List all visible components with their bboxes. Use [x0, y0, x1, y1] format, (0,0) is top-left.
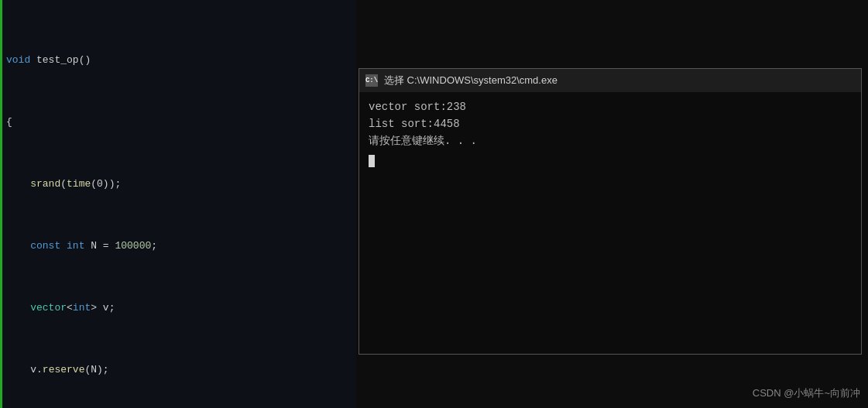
cmd-line-2: list sort:4458 [369, 115, 852, 132]
plain-text: ( [60, 177, 67, 192]
cmd-line-4 [369, 153, 852, 170]
code-line: v.reserve(N); [0, 362, 356, 378]
cmd-line-3-text: 请按任意键继续. . . [369, 135, 477, 147]
function: reserve [43, 362, 85, 378]
plain-text: > v; [91, 300, 115, 316]
plain-text: (0)); [91, 177, 121, 192]
indent [6, 177, 30, 192]
plain-text [60, 238, 67, 254]
plain-text: (N); [84, 362, 108, 378]
type: vector [30, 300, 67, 316]
code-line: void test_op() [0, 53, 356, 68]
cmd-window[interactable]: C:\ 选择 C:\WINDOWS\system32\cmd.exe vecto… [359, 68, 862, 355]
cmd-line-3: 请按任意键继续. . . [369, 132, 852, 149]
plain-text: v. [30, 362, 43, 378]
indent [6, 300, 30, 316]
cmd-line-1: vector sort:238 [369, 98, 852, 115]
code-line: { [0, 115, 356, 130]
code-line: vector<int> v; [0, 300, 356, 316]
cmd-titlebar: C:\ 选择 C:\WINDOWS\system32\cmd.exe [359, 69, 861, 92]
function: srand [30, 177, 60, 192]
plain-text: { [6, 115, 12, 130]
keyword: void [6, 53, 30, 68]
plain-text: ; [151, 238, 157, 254]
cmd-icon: C:\ [365, 74, 378, 87]
watermark: CSDN @小蜗牛~向前冲 [753, 386, 860, 400]
keyword: int [67, 238, 84, 254]
cmd-icon-text: C:\ [365, 77, 378, 84]
cmd-output: vector sort:238 list sort:4458 请按任意键继续. … [359, 92, 861, 176]
cmd-title: 选择 C:\WINDOWS\system32\cmd.exe [384, 74, 558, 87]
plain-text: test_op() [30, 53, 91, 68]
function: time [67, 177, 91, 192]
cmd-cursor [369, 155, 375, 167]
keyword: const [30, 238, 60, 254]
keyword: int [73, 300, 91, 316]
code-content: void test_op() { srand(time(0)); const i… [0, 0, 356, 408]
plain-text: N = [84, 238, 115, 254]
code-line: srand(time(0)); [0, 177, 356, 192]
plain-text: < [67, 300, 73, 316]
indent [6, 362, 30, 378]
number: 100000 [115, 238, 151, 254]
indent [6, 238, 30, 254]
code-line: const int N = 100000; [0, 238, 356, 254]
code-editor: void test_op() { srand(time(0)); const i… [0, 0, 356, 408]
